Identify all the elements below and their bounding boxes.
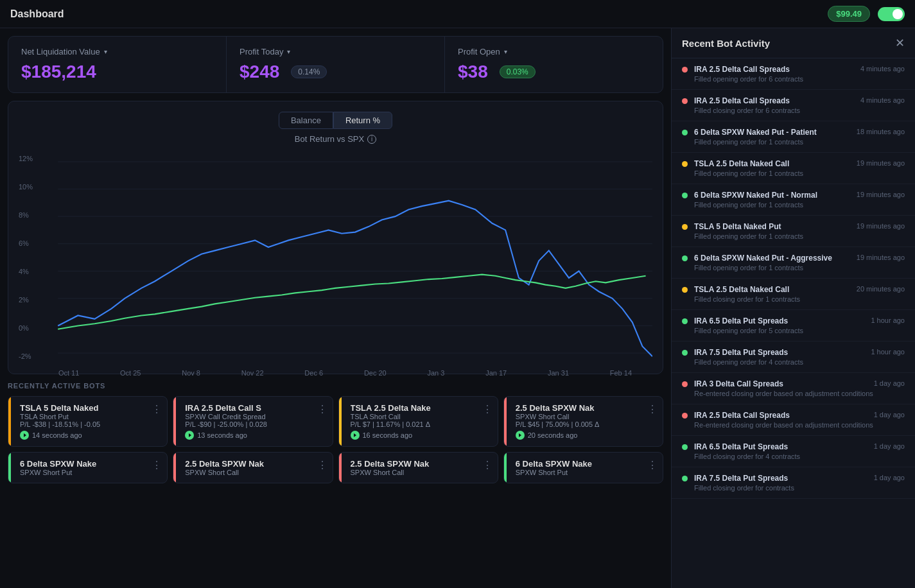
bots-grid: TSLA 5 Delta Naked TSLA Short Put P/L -$… bbox=[8, 396, 663, 483]
info-icon: i bbox=[367, 135, 376, 144]
bot-card[interactable]: 2.5 Delta SPXW Nak SPXW Short Call ⋮ bbox=[338, 452, 498, 483]
stat-profit-today-label[interactable]: Profit Today ▾ bbox=[240, 47, 431, 56]
bot-card[interactable]: TSLA 2.5 Delta Nake TSLA Short Call P/L … bbox=[338, 396, 498, 447]
stat-profit-open-value: $38 bbox=[458, 62, 488, 82]
bot-name: 6 Delta SPXW Nake bbox=[516, 459, 655, 469]
activity-content: IRA 7.5 Delta Put Spreads 1 day ago Fill… bbox=[694, 474, 905, 492]
bot-card[interactable]: IRA 2.5 Delta Call S SPXW Call Credit Sp… bbox=[173, 396, 333, 447]
chart-controls: Balance Return % bbox=[19, 112, 652, 129]
return-percent-button[interactable]: Return % bbox=[333, 112, 392, 129]
activity-dot bbox=[682, 130, 688, 135]
bot-name: TSLA 5 Delta Naked bbox=[20, 403, 159, 413]
left-panel: Net Liquidation Value ▾ $185,214 Profit … bbox=[0, 28, 671, 588]
activity-dot bbox=[682, 318, 688, 324]
close-button[interactable]: ✕ bbox=[895, 37, 905, 49]
activity-desc: Filled opening order for 1 contracts bbox=[694, 264, 905, 272]
chevron-down-icon: ▾ bbox=[104, 48, 107, 55]
bot-pnl: P/L $45 | 75.00% | 0.005 Δ bbox=[516, 420, 655, 428]
bot-card[interactable]: 6 Delta SPXW Nake SPXW Short Put ⋮ bbox=[503, 452, 663, 483]
profit-today-badge: 0.14% bbox=[291, 65, 327, 78]
bot-sub: TSLA Short Put bbox=[20, 413, 159, 420]
activity-desc: Filled opening order for 4 contracts bbox=[694, 358, 905, 366]
bot-footer: 16 seconds ago bbox=[351, 431, 490, 440]
bot-play-icon[interactable] bbox=[351, 431, 360, 440]
bot-accent bbox=[339, 453, 342, 483]
activity-name: IRA 2.5 Delta Call Spreads bbox=[694, 411, 870, 420]
chart-svg bbox=[19, 151, 652, 363]
activity-header-row: 6 Delta SPXW Naked Put - Patient 18 minu… bbox=[694, 128, 905, 137]
activity-desc: Filled opening order for 5 contracts bbox=[694, 327, 905, 334]
x-axis-labels: Oct 11 Oct 25 Nov 8 Nov 22 Dec 6 Dec 20 … bbox=[19, 369, 652, 377]
activity-content: IRA 3 Delta Call Spreads 1 day ago Re-en… bbox=[694, 379, 905, 397]
activity-time: 19 minutes ago bbox=[857, 254, 905, 261]
stat-net-liquidation: Net Liquidation Value ▾ $185,214 bbox=[8, 37, 227, 92]
bot-sub: SPXW Short Call bbox=[516, 413, 655, 420]
balance-button[interactable]: Balance bbox=[279, 112, 333, 129]
activity-content: IRA 7.5 Delta Put Spreads 1 hour ago Fil… bbox=[694, 348, 905, 366]
activity-dot bbox=[682, 224, 688, 230]
bot-sub: SPXW Short Put bbox=[20, 469, 159, 476]
activity-content: TSLA 5 Delta Naked Put 19 minutes ago Fi… bbox=[694, 222, 905, 240]
bot-accent bbox=[504, 397, 507, 446]
activity-dot bbox=[682, 350, 688, 356]
y-axis-labels: 12% 10% 8% 6% 4% 2% 0% -2% bbox=[19, 151, 33, 363]
activity-item: IRA 6.5 Delta Put Spreads 1 hour ago Fil… bbox=[672, 310, 915, 342]
bot-footer: 14 seconds ago bbox=[20, 431, 159, 440]
bot-accent bbox=[339, 397, 342, 446]
activity-name: TSLA 5 Delta Naked Put bbox=[694, 222, 853, 231]
activity-time: 18 minutes ago bbox=[857, 128, 905, 135]
header: Dashboard $99.49 bbox=[0, 0, 915, 28]
bot-card[interactable]: 2.5 Delta SPXW Nak SPXW Short Call P/L $… bbox=[503, 396, 663, 447]
activity-desc: Re-entered closing order based on adjust… bbox=[694, 421, 905, 429]
activity-time: 20 minutes ago bbox=[857, 285, 905, 293]
activity-name: TSLA 2.5 Delta Naked Call bbox=[694, 159, 853, 168]
stats-row: Net Liquidation Value ▾ $185,214 Profit … bbox=[8, 36, 663, 93]
stat-profit-today: Profit Today ▾ $248 0.14% bbox=[227, 37, 445, 92]
bot-footer: 20 seconds ago bbox=[516, 431, 655, 440]
bot-time: 16 seconds ago bbox=[363, 431, 413, 439]
activity-desc: Filled opening order for 6 contracts bbox=[694, 75, 905, 83]
stat-profit-open-label[interactable]: Profit Open ▾ bbox=[458, 47, 650, 56]
activity-content: 6 Delta SPXW Naked Put - Normal 19 minut… bbox=[694, 191, 905, 209]
bot-menu-button[interactable]: ⋮ bbox=[482, 459, 492, 471]
bot-menu-button[interactable]: ⋮ bbox=[647, 459, 658, 471]
activity-header-row: TSLA 2.5 Delta Naked Call 20 minutes ago bbox=[694, 285, 905, 294]
activity-time: 1 hour ago bbox=[871, 316, 905, 324]
bot-play-icon[interactable] bbox=[516, 431, 525, 440]
activity-desc: Filled closing order for 6 contracts bbox=[694, 107, 905, 114]
stat-net-liquidation-label[interactable]: Net Liquidation Value ▾ bbox=[21, 47, 213, 56]
activity-item: IRA 6.5 Delta Put Spreads 1 day ago Fill… bbox=[672, 436, 915, 467]
bot-play-icon[interactable] bbox=[20, 431, 29, 440]
bot-sub: SPXW Call Credit Spread bbox=[185, 413, 324, 420]
activity-content: IRA 2.5 Delta Call Spreads 4 minutes ago… bbox=[694, 65, 905, 83]
toggle-switch[interactable] bbox=[878, 7, 905, 21]
activity-name: IRA 7.5 Delta Put Spreads bbox=[694, 348, 867, 357]
bot-play-icon[interactable] bbox=[185, 431, 194, 440]
bot-menu-button[interactable]: ⋮ bbox=[317, 403, 327, 415]
activity-time: 4 minutes ago bbox=[860, 96, 905, 104]
activity-name: IRA 7.5 Delta Put Spreads bbox=[694, 474, 870, 483]
bot-menu-button[interactable]: ⋮ bbox=[152, 459, 162, 471]
activity-dot bbox=[682, 67, 688, 73]
activity-item: IRA 2.5 Delta Call Spreads 4 minutes ago… bbox=[672, 58, 915, 90]
bot-card[interactable]: 6 Delta SPXW Nake SPXW Short Put ⋮ bbox=[8, 452, 168, 483]
activity-content: IRA 2.5 Delta Call Spreads 4 minutes ago… bbox=[694, 96, 905, 114]
activity-header-row: 6 Delta SPXW Naked Put - Normal 19 minut… bbox=[694, 191, 905, 200]
bot-menu-button[interactable]: ⋮ bbox=[317, 459, 327, 471]
bot-menu-button[interactable]: ⋮ bbox=[482, 403, 492, 415]
bot-menu-button[interactable]: ⋮ bbox=[647, 403, 658, 415]
bots-title: RECENTLY ACTIVE BOTS bbox=[8, 382, 663, 390]
bot-pnl: P/L -$38 | -18.51% | -0.05 bbox=[20, 420, 159, 428]
stat-profit-open: Profit Open ▾ $38 0.03% bbox=[445, 37, 663, 92]
activity-desc: Filled opening order for 1 contracts bbox=[694, 169, 905, 177]
activity-dot bbox=[682, 255, 688, 261]
activity-content: TSLA 2.5 Delta Naked Call 19 minutes ago… bbox=[694, 159, 905, 177]
bot-sub: SPXW Short Call bbox=[351, 469, 490, 476]
activity-item: TSLA 2.5 Delta Naked Call 19 minutes ago… bbox=[672, 153, 915, 184]
bot-sub: TSLA Short Call bbox=[351, 413, 490, 420]
bot-menu-button[interactable]: ⋮ bbox=[152, 403, 162, 415]
bot-card[interactable]: 2.5 Delta SPXW Nak SPXW Short Call ⋮ bbox=[173, 452, 333, 483]
bot-card[interactable]: TSLA 5 Delta Naked TSLA Short Put P/L -$… bbox=[8, 396, 168, 447]
bot-accent bbox=[8, 453, 11, 483]
activity-name: IRA 2.5 Delta Call Spreads bbox=[694, 96, 857, 105]
